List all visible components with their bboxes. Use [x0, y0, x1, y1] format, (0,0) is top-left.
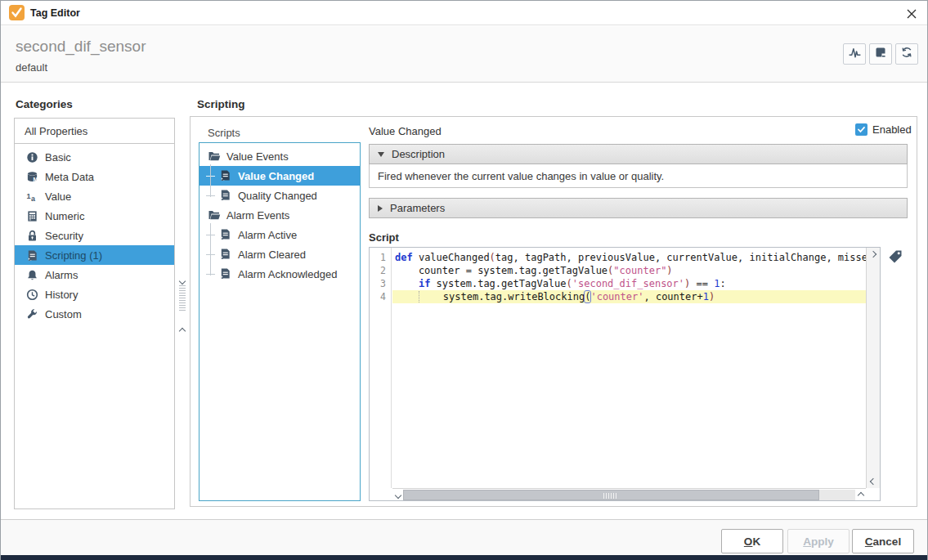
line-number: 1 — [370, 251, 391, 264]
tree-item-alarm-cleared[interactable]: Alarm Cleared — [199, 244, 360, 264]
description-accordion-header[interactable]: Description — [369, 144, 908, 164]
categories-heading: Categories — [16, 98, 73, 110]
tree-item-value-events[interactable]: Value Events — [199, 146, 360, 166]
svg-text:1: 1 — [26, 192, 30, 200]
code-line-4: system.tag.writeBlocking('counter', coun… — [392, 290, 866, 303]
scroll-right-icon[interactable] — [855, 490, 866, 500]
category-item-meta-data[interactable]: MMeta Data — [15, 167, 174, 186]
tag-references-icon[interactable] — [887, 249, 903, 265]
categories-panel: All Properties BasicMMeta Data1aValueNum… — [14, 118, 175, 509]
category-item-scripting-1[interactable]: Scripting (1) — [15, 245, 174, 265]
bottom-accent-bar — [1, 555, 927, 560]
value-display-button[interactable] — [869, 43, 892, 65]
enabled-checkbox[interactable]: Enabled — [855, 123, 912, 136]
line-number: 2 — [370, 264, 391, 277]
horizontal-scrollbar[interactable] — [392, 488, 866, 500]
category-item-numeric[interactable]: Numeric — [15, 206, 174, 226]
tree-vline — [210, 223, 211, 276]
svg-text:M: M — [33, 176, 38, 181]
window-title: Tag Editor — [30, 7, 80, 19]
triangle-right-icon — [378, 205, 383, 212]
triangle-down-icon — [378, 152, 384, 157]
diagnostics-button[interactable] — [843, 43, 866, 65]
tree-item-label: Value Events — [226, 150, 289, 163]
category-item-basic[interactable]: Basic — [15, 147, 174, 167]
tree-item-label: Alarm Events — [226, 209, 289, 222]
tag-editor-app-icon — [9, 5, 25, 20]
alarms-icon — [25, 268, 38, 281]
info-icon — [25, 150, 38, 164]
horizontal-scroll-thumb[interactable] — [403, 490, 819, 500]
scripts-label: Scripts — [208, 127, 240, 139]
category-item-label: Security — [45, 230, 83, 242]
apply-button[interactable]: Apply — [787, 529, 850, 553]
tree-item-label: Alarm Cleared — [238, 249, 306, 261]
panel-splitter — [176, 118, 190, 509]
category-item-alarms[interactable]: Alarms — [15, 265, 174, 284]
custom-icon — [25, 307, 38, 320]
script-detail-title: Value Changed — [369, 125, 442, 137]
code-area[interactable]: def valueChanged(tag, tagPath, previousV… — [392, 248, 866, 488]
security-icon — [25, 229, 38, 242]
value-icon: 1a — [25, 190, 38, 203]
tag-header: second_dif_sensor default — [1, 26, 927, 83]
category-item-history[interactable]: History — [15, 284, 174, 304]
scripts-tree: Value EventsValue ChangedQuality Changed… — [199, 142, 361, 501]
category-item-label: Numeric — [45, 210, 84, 222]
category-item-label: Value — [45, 190, 71, 203]
scroll-left-icon[interactable] — [392, 490, 403, 500]
horizontal-scroll-track[interactable] — [403, 490, 855, 500]
splitter-grip[interactable] — [179, 284, 186, 311]
scroll-down-icon[interactable] — [867, 476, 880, 487]
expand-right-icon[interactable] — [180, 322, 185, 337]
tree-item-alarm-events[interactable]: Alarm Events — [199, 205, 360, 225]
description-text: Fired whenever the current value changes… — [369, 164, 908, 188]
description-header-label: Description — [392, 148, 445, 160]
scripting-panel: Scripts Value EventsValue ChangedQuality… — [190, 116, 917, 507]
refresh-icon — [900, 46, 913, 62]
script-icon — [219, 189, 232, 202]
tree-vline — [210, 164, 211, 197]
category-item-custom[interactable]: Custom — [15, 304, 174, 324]
tag-provider: default — [16, 61, 47, 74]
code-line-3: if system.tag.getTagValue('second_dif_se… — [392, 277, 866, 290]
vertical-scrollbar[interactable] — [866, 248, 880, 488]
scripting-heading: Scripting — [197, 98, 245, 110]
tree-item-label: Value Changed — [238, 170, 314, 182]
tag-editor-window: Tag Editor second_dif_sensor default — [0, 0, 928, 560]
refresh-button[interactable] — [895, 43, 918, 65]
diagnostics-pulse-icon — [848, 46, 862, 63]
category-item-value[interactable]: 1aValue — [15, 186, 174, 206]
line-number: 3 — [370, 277, 391, 290]
history-icon — [25, 288, 38, 301]
script-code-editor[interactable]: 1234 def valueChanged(tag, tagPath, prev… — [369, 247, 881, 501]
script-icon — [219, 169, 232, 182]
tree-item-label: Alarm Active — [238, 229, 297, 241]
scroll-up-icon[interactable] — [867, 249, 880, 260]
category-item-label: Basic — [45, 151, 71, 164]
category-item-security[interactable]: Security — [15, 226, 174, 245]
close-icon[interactable] — [903, 5, 921, 23]
metadata-icon: M — [25, 170, 38, 183]
category-item-label: Alarms — [45, 269, 78, 281]
tree-item-alarm-active[interactable]: Alarm Active — [199, 225, 360, 244]
title-bar: Tag Editor — [1, 1, 927, 25]
category-all-properties[interactable]: All Properties — [15, 119, 174, 144]
tree-item-quality-changed[interactable]: Quality Changed — [199, 186, 360, 205]
tree-item-alarm-acknowledged[interactable]: Alarm Acknowledged — [199, 264, 360, 284]
line-number: 4 — [370, 290, 391, 303]
tree-item-value-changed[interactable]: Value Changed — [199, 166, 360, 186]
parameters-header-label: Parameters — [390, 202, 445, 214]
folder-icon — [208, 208, 221, 222]
ok-button[interactable]: OK — [721, 529, 783, 553]
cancel-button[interactable]: Cancel — [852, 529, 914, 553]
script-icon — [219, 248, 232, 261]
enabled-label: Enabled — [872, 123, 912, 136]
category-item-label: Meta Data — [45, 171, 94, 183]
numeric-icon — [25, 209, 38, 222]
parameters-accordion-header[interactable]: Parameters — [369, 198, 908, 218]
script-icon — [219, 267, 232, 280]
categories-list: BasicMMeta Data1aValueNumericSecurityScr… — [15, 144, 174, 324]
svg-text:a: a — [31, 194, 35, 202]
folder-icon — [208, 150, 221, 163]
